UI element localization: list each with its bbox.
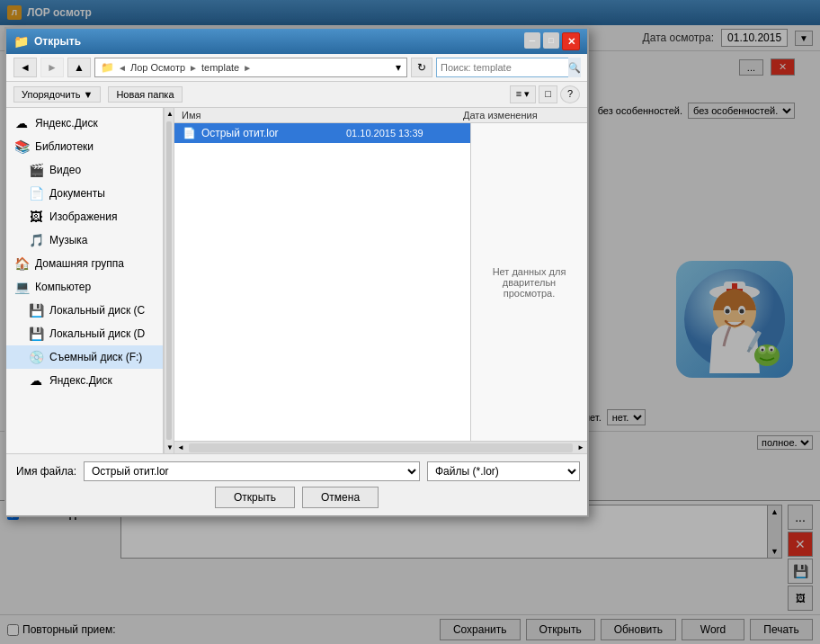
col-date-header: Дата изменения xyxy=(463,110,580,121)
dialog-title-left: 📁 Открыть xyxy=(13,34,81,49)
dialog-toolbar: ◄ ► ▲ 📁 ◄ Лор Осмотр ► template ► ▾ ↻ 🔍 xyxy=(6,54,587,82)
breadcrumb-folder-icon: 📁 xyxy=(101,61,114,74)
images-icon: 🖼 xyxy=(28,209,44,225)
dialog-cancel-btn[interactable]: Отмена xyxy=(302,487,379,508)
sidebar-libraries-label: Библиотеки xyxy=(35,140,94,153)
dialog-footer: Имя файла: Острый отит.lor Файлы (*.lor)… xyxy=(6,453,587,515)
horiz-scroll-left[interactable]: ◄ xyxy=(174,443,187,452)
libraries-icon: 📚 xyxy=(13,139,30,155)
documents-icon: 📄 xyxy=(28,185,44,201)
sidebar-documents-label: Документы xyxy=(49,187,105,200)
sidebar-drive-c[interactable]: 💾 Локальный диск (C xyxy=(6,299,163,322)
file-item-icon: 📄 xyxy=(182,126,196,140)
breadcrumb-sub[interactable]: template xyxy=(201,62,239,73)
horiz-scrollbar[interactable]: ◄ ► xyxy=(174,441,587,453)
sidebar-drive-f-label: Съемный диск (F:) xyxy=(49,351,142,363)
view-btn-2[interactable]: □ xyxy=(539,85,557,103)
view-btn-1[interactable]: ≡ ▾ xyxy=(510,85,536,103)
preview-panel: Нет данных для дварительн просмотра. xyxy=(470,123,587,441)
video-icon: 🎬 xyxy=(28,162,44,178)
sidebar-libraries[interactable]: 📚 Библиотеки xyxy=(6,135,163,158)
organize-btn[interactable]: Упорядочить ▼ xyxy=(13,86,101,103)
dialog-sidebar: ☁ Яндекс.Диск 📚 Библиотеки 🎬 Видео 📄 Док… xyxy=(6,108,164,453)
sidebar-images-label: Изображения xyxy=(49,210,117,223)
drive-d-icon: 💾 xyxy=(28,326,44,342)
refresh-btn[interactable]: ↻ xyxy=(411,58,432,77)
new-folder-btn[interactable]: Новая папка xyxy=(108,86,182,103)
breadcrumb-root[interactable]: Лор Осмотр xyxy=(130,62,185,73)
sidebar-computer-label: Компьютер xyxy=(35,281,91,293)
filename-row: Имя файла: Острый отит.lor Файлы (*.lor) xyxy=(13,461,580,481)
sidebar-scroll-up[interactable]: ▲ xyxy=(165,108,174,120)
sidebar-video[interactable]: 🎬 Видео xyxy=(6,158,163,182)
sidebar-yandex-bottom-label: Яндекс.Диск xyxy=(49,374,112,387)
sidebar-drive-c-label: Локальный диск (C xyxy=(49,304,145,317)
up-btn[interactable]: ▲ xyxy=(67,58,91,77)
sidebar-video-label: Видео xyxy=(49,164,81,176)
col-name-header: Имя xyxy=(182,110,463,121)
breadcrumb-bar: 📁 ◄ Лор Осмотр ► template ► ▾ xyxy=(94,58,407,77)
dialog-buttons: Открыть Отмена xyxy=(13,487,580,508)
sidebar-drive-f[interactable]: 💿 Съемный диск (F:) xyxy=(6,345,163,369)
sidebar-images[interactable]: 🖼 Изображения xyxy=(6,205,163,228)
music-icon: 🎵 xyxy=(28,232,44,248)
filetype-select[interactable]: Файлы (*.lor) xyxy=(427,461,580,481)
dialog-maximize-btn[interactable]: □ xyxy=(543,32,559,49)
dialog-title: Открыть xyxy=(34,35,81,48)
file-item-date: 01.10.2015 13:39 xyxy=(346,128,463,139)
dialog-title-icon: 📁 xyxy=(13,34,29,49)
file-list: 📄 Острый отит.lor 01.10.2015 13:39 xyxy=(174,123,470,441)
drive-c-icon: 💾 xyxy=(28,302,44,318)
yandex-disk-icon: ☁ xyxy=(13,115,30,131)
sidebar-drive-d[interactable]: 💾 Локальный диск (D xyxy=(6,322,163,345)
sidebar-yandex-bottom[interactable]: ☁ Яндекс.Диск xyxy=(6,369,163,392)
file-item-otit[interactable]: 📄 Острый отит.lor 01.10.2015 13:39 xyxy=(174,123,470,143)
yandex-bottom-icon: ☁ xyxy=(28,372,44,389)
sidebar-homegroup[interactable]: 🏠 Домашняя группа xyxy=(6,252,163,275)
sidebar-music[interactable]: 🎵 Музыка xyxy=(6,228,163,252)
sidebar-yandex-top[interactable]: ☁ Яндекс.Диск xyxy=(6,112,163,135)
forward-btn[interactable]: ► xyxy=(40,58,64,77)
filename-input[interactable]: Острый отит.lor xyxy=(84,461,420,481)
dialog-main: Имя Дата изменения 📄 Острый отит.lor 01.… xyxy=(174,108,587,453)
homegroup-icon: 🏠 xyxy=(13,255,30,272)
horiz-scroll-right[interactable]: ► xyxy=(575,443,587,452)
sidebar-computer[interactable]: 💻 Компьютер xyxy=(6,275,163,299)
sidebar-yandex-top-label: Яндекс.Диск xyxy=(35,117,98,130)
dialog-close-btn[interactable]: ✕ xyxy=(562,32,580,50)
dialog-titlebar: 📁 Открыть ─ □ ✕ xyxy=(6,29,587,54)
search-input[interactable] xyxy=(437,62,568,73)
drive-f-icon: 💿 xyxy=(28,349,44,365)
open-file-dialog: 📁 Открыть ─ □ ✕ ◄ ► ▲ 📁 ◄ Лор Осмотр ► t… xyxy=(4,27,589,517)
computer-icon: 💻 xyxy=(13,279,30,295)
file-item-name: Острый отит.lor xyxy=(201,127,341,139)
filename-label: Имя файла: xyxy=(13,465,76,478)
sidebar-drive-d-label: Локальный диск (D xyxy=(49,327,145,340)
help-btn[interactable]: ? xyxy=(560,85,580,103)
breadcrumb-expand[interactable]: ▾ xyxy=(396,61,401,74)
sidebar-scroll-down[interactable]: ▼ xyxy=(165,442,174,453)
search-box: 🔍 xyxy=(436,58,580,77)
preview-text: Нет данных для дварительн просмотра. xyxy=(478,266,580,299)
file-list-header: Имя Дата изменения xyxy=(174,108,587,123)
dialog-body: ☁ Яндекс.Диск 📚 Библиотеки 🎬 Видео 📄 Док… xyxy=(6,108,587,453)
back-btn[interactable]: ◄ xyxy=(13,58,37,77)
sidebar-music-label: Музыка xyxy=(49,234,87,246)
dialog-open-btn[interactable]: Открыть xyxy=(215,487,295,508)
search-icon[interactable]: 🔍 xyxy=(568,58,581,77)
sidebar-scrollbar[interactable]: ▲ ▼ xyxy=(164,108,174,453)
sidebar-homegroup-label: Домашняя группа xyxy=(35,257,124,270)
sidebar-documents[interactable]: 📄 Документы xyxy=(6,182,163,205)
dialog-minimize-btn[interactable]: ─ xyxy=(524,32,540,49)
